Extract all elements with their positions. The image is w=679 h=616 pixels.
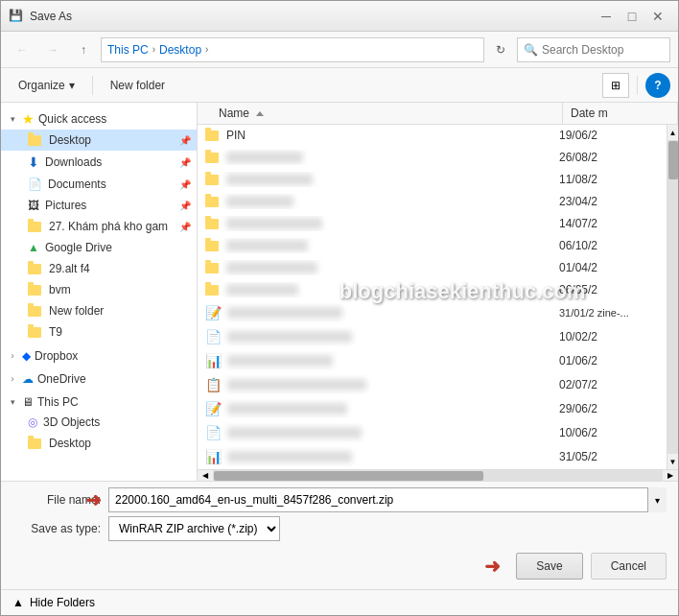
new-folder-button[interactable]: New folder <box>101 73 175 98</box>
file-icon: 📄 <box>205 425 222 440</box>
file-date: 31/05/2 <box>551 448 667 465</box>
file-list-scroll-area: PIN 19/06/2 26/08/2 <box>198 125 678 469</box>
horiz-scroll-thumb[interactable] <box>214 471 483 481</box>
hide-folders-bar[interactable]: ▲ Hide Folders <box>1 589 678 615</box>
sidebar-item-bvm[interactable]: bvm <box>1 279 197 300</box>
table-row[interactable]: 11/08/2 <box>198 169 667 191</box>
onedrive-header[interactable]: › ☁ OneDrive <box>1 369 197 389</box>
sidebar-item-downloads[interactable]: ⬇ Downloads 📌 <box>1 151 197 174</box>
file-date: 10/02/2 <box>551 328 667 345</box>
dropbox-group: › ◆ Dropbox <box>1 344 197 367</box>
horiz-scroll-track <box>213 470 663 482</box>
table-row[interactable]: 📊 31/05/2 <box>198 445 667 469</box>
sidebar-item-desktop[interactable]: Desktop 📌 <box>1 130 197 151</box>
file-name-blurred <box>226 152 303 163</box>
table-row[interactable]: 26/08/2 <box>198 147 667 169</box>
maximize-button[interactable]: □ <box>620 4 644 29</box>
file-name: PIN <box>226 129 246 142</box>
filename-dropdown-button[interactable]: ▾ <box>647 487 667 512</box>
horizontal-scrollbar[interactable]: ◀ ▶ <box>198 469 678 481</box>
sidebar-item-t9[interactable]: T9 <box>1 321 197 343</box>
pin-icon-desktop: 📌 <box>179 135 191 146</box>
file-name-cell: PIN <box>198 127 551 144</box>
onedrive-group: › ☁ OneDrive <box>1 367 197 391</box>
save-button[interactable]: Save <box>516 553 582 580</box>
sidebar-item-khampho[interactable]: 27. Khám phá kho gam 📌 <box>1 216 197 237</box>
scroll-up-button[interactable]: ▲ <box>667 125 679 140</box>
onedrive-label: OneDrive <box>37 372 86 386</box>
file-name-blurred <box>226 218 322 229</box>
file-name-cell <box>198 260 551 275</box>
help-button[interactable]: ? <box>645 73 670 98</box>
sidebar-item-3dobjects[interactable]: ◎ 3D Objects <box>1 412 197 433</box>
quick-access-header[interactable]: ▾ ★ Quick access <box>1 108 197 130</box>
sidebar-item-newfolder[interactable]: New folder <box>1 300 197 321</box>
breadcrumb-desktop[interactable]: Desktop <box>159 43 201 57</box>
close-button[interactable]: ✕ <box>645 4 670 29</box>
file-list-header: Name Date m <box>198 103 678 125</box>
back-button[interactable]: ← <box>9 36 35 63</box>
sidebar-item-altf4[interactable]: 29.alt f4 <box>1 258 197 279</box>
thispc-expand-icon: ▾ <box>7 397 18 407</box>
quick-access-label: Quick access <box>38 112 106 126</box>
dropbox-header[interactable]: › ◆ Dropbox <box>1 346 197 366</box>
sidebar-item-thispc-desktop[interactable]: Desktop <box>1 433 197 454</box>
thispc-header[interactable]: ▾ 🖥 This PC <box>1 392 197 412</box>
dropbox-label: Dropbox <box>35 349 78 363</box>
documents-icon: 📄 <box>28 178 42 191</box>
table-row[interactable]: 06/10/2 <box>198 235 667 257</box>
organize-button[interactable]: Organize ▾ <box>9 73 84 98</box>
scroll-right-button[interactable]: ▶ <box>663 470 678 482</box>
table-row[interactable]: 14/07/2 <box>198 213 667 235</box>
sidebar-item-newfolder-label: New folder <box>49 304 104 318</box>
table-row[interactable]: 📄 10/02/2 <box>198 325 667 349</box>
scroll-thumb[interactable] <box>668 141 678 179</box>
folder-icon <box>205 197 219 207</box>
col-header-name[interactable]: Name <box>211 103 563 124</box>
refresh-button[interactable]: ↻ <box>488 37 513 62</box>
file-date: 11/08/2 <box>551 171 667 188</box>
col-header-date[interactable]: Date m <box>563 103 678 124</box>
pin-icon-documents: 📌 <box>179 179 191 190</box>
sidebar-item-pictures[interactable]: 🖼 Pictures 📌 <box>1 195 197 216</box>
scroll-down-button[interactable]: ▼ <box>667 454 679 469</box>
table-row[interactable]: 📄 10/06/2 <box>198 421 667 445</box>
file-icon: 📄 <box>205 329 222 344</box>
folder-icon <box>205 153 219 163</box>
table-row[interactable]: 06/05/2 <box>198 279 667 301</box>
folder-icon-khampho <box>28 222 41 232</box>
forward-button[interactable]: → <box>39 36 66 63</box>
filename-arrow-icon: ➜ <box>85 488 102 511</box>
file-icon: 📊 <box>205 353 222 368</box>
table-row[interactable]: 📝 29/06/2 <box>198 397 667 421</box>
table-row[interactable]: 01/04/2 <box>198 257 667 279</box>
saveastype-select[interactable]: WinRAR ZIP archive (*.zip) <box>108 516 280 541</box>
table-row[interactable]: 📋 02/07/2 <box>198 373 667 397</box>
filename-input[interactable] <box>108 487 667 512</box>
search-input[interactable] <box>542 43 679 57</box>
scroll-gutter <box>198 109 211 117</box>
scroll-left-button[interactable]: ◀ <box>198 470 213 482</box>
sidebar-item-googledrive[interactable]: ▲ Google Drive <box>1 237 197 258</box>
hide-folders-label: Hide Folders <box>30 596 95 609</box>
file-name-cell: 📄 <box>198 423 551 442</box>
cancel-button[interactable]: Cancel <box>591 553 667 580</box>
file-date: 10/06/2 <box>551 424 667 441</box>
sidebar-item-3dobjects-label: 3D Objects <box>43 415 100 429</box>
table-row[interactable]: PIN 19/06/2 <box>198 125 667 147</box>
file-name-blurred <box>226 174 313 185</box>
view-button[interactable]: ⊞ <box>602 73 629 98</box>
vertical-scrollbar[interactable]: ▲ ▼ <box>667 125 678 469</box>
sidebar-item-pictures-label: Pictures <box>45 199 86 212</box>
file-name-cell <box>198 194 551 209</box>
up-button[interactable]: ↑ <box>70 36 97 63</box>
file-name-blurred <box>227 379 366 391</box>
sidebar-item-documents[interactable]: 📄 Documents 📌 <box>1 174 197 195</box>
table-row[interactable]: 📝 31/01/2 zine-... <box>198 301 667 325</box>
quick-access-star-icon: ★ <box>22 111 35 127</box>
main-content: ▾ ★ Quick access Desktop 📌 ⬇ Downloads 📌… <box>1 103 678 481</box>
minimize-button[interactable]: ─ <box>594 4 619 29</box>
table-row[interactable]: 23/04/2 <box>198 191 667 213</box>
breadcrumb-thispc[interactable]: This PC <box>107 43 149 57</box>
table-row[interactable]: 📊 01/06/2 <box>198 349 667 373</box>
